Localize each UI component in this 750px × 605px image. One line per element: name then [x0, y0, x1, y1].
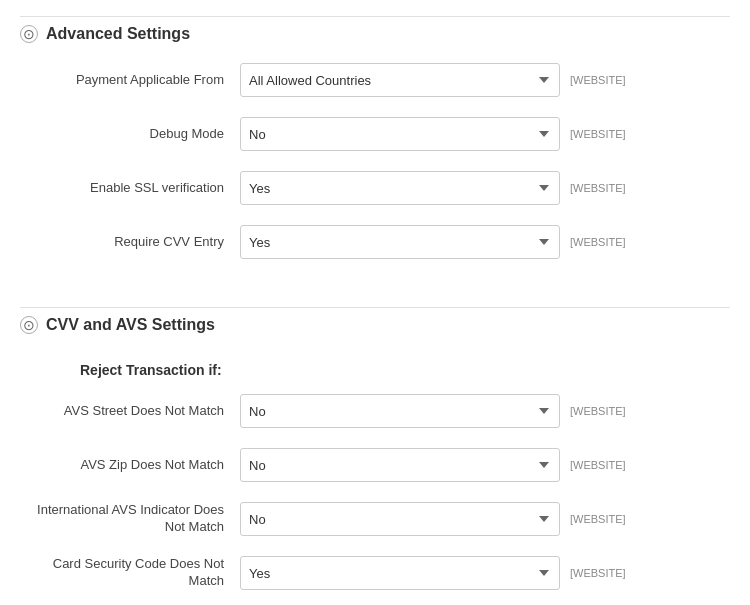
require-cvv-row: Require CVV Entry Yes No [WEBSITE]: [20, 225, 730, 259]
debug-mode-label: Debug Mode: [20, 126, 240, 143]
ssl-verification-control: Yes No [WEBSITE]: [240, 171, 730, 205]
reject-transaction-subtitle: Reject Transaction if:: [20, 354, 730, 394]
avs-zip-row: AVS Zip Does Not Match No Yes [WEBSITE]: [20, 448, 730, 482]
ssl-verification-badge: [WEBSITE]: [570, 182, 626, 194]
avs-zip-select[interactable]: No Yes: [240, 448, 560, 482]
avs-street-select[interactable]: No Yes: [240, 394, 560, 428]
require-cvv-select[interactable]: Yes No: [240, 225, 560, 259]
international-avs-label: International AVS Indicator Does Not Mat…: [20, 502, 240, 536]
card-security-label: Card Security Code Does Not Match: [20, 556, 240, 590]
card-security-control: Yes No [WEBSITE]: [240, 556, 730, 590]
international-avs-control: No Yes [WEBSITE]: [240, 502, 730, 536]
international-avs-row: International AVS Indicator Does Not Mat…: [20, 502, 730, 536]
international-avs-badge: [WEBSITE]: [570, 513, 626, 525]
payment-applicable-badge: [WEBSITE]: [570, 74, 626, 86]
advanced-settings-title: Advanced Settings: [46, 25, 190, 43]
card-security-badge: [WEBSITE]: [570, 567, 626, 579]
cvv-avs-header: ⊙ CVV and AVS Settings: [20, 307, 730, 346]
cvv-avs-collapse-icon[interactable]: ⊙: [20, 316, 38, 334]
debug-mode-badge: [WEBSITE]: [570, 128, 626, 140]
debug-mode-control: No Yes [WEBSITE]: [240, 117, 730, 151]
cvv-avs-content: Reject Transaction if: AVS Street Does N…: [20, 346, 730, 605]
require-cvv-badge: [WEBSITE]: [570, 236, 626, 248]
international-avs-select[interactable]: No Yes: [240, 502, 560, 536]
advanced-settings-section: ⊙ Advanced Settings Payment Applicable F…: [20, 16, 730, 299]
ssl-verification-label: Enable SSL verification: [20, 180, 240, 197]
cvv-avs-section: ⊙ CVV and AVS Settings Reject Transactio…: [20, 307, 730, 605]
payment-applicable-label: Payment Applicable From: [20, 72, 240, 89]
card-security-select[interactable]: Yes No: [240, 556, 560, 590]
ssl-verification-select[interactable]: Yes No: [240, 171, 560, 205]
ssl-verification-row: Enable SSL verification Yes No [WEBSITE]: [20, 171, 730, 205]
require-cvv-label: Require CVV Entry: [20, 234, 240, 251]
avs-street-label: AVS Street Does Not Match: [20, 403, 240, 420]
avs-zip-label: AVS Zip Does Not Match: [20, 457, 240, 474]
advanced-collapse-icon[interactable]: ⊙: [20, 25, 38, 43]
avs-street-control: No Yes [WEBSITE]: [240, 394, 730, 428]
debug-mode-row: Debug Mode No Yes [WEBSITE]: [20, 117, 730, 151]
payment-applicable-select[interactable]: All Allowed Countries Specific Countries: [240, 63, 560, 97]
avs-zip-control: No Yes [WEBSITE]: [240, 448, 730, 482]
payment-applicable-row: Payment Applicable From All Allowed Coun…: [20, 63, 730, 97]
avs-street-row: AVS Street Does Not Match No Yes [WEBSIT…: [20, 394, 730, 428]
card-security-row: Card Security Code Does Not Match Yes No…: [20, 556, 730, 590]
advanced-settings-header: ⊙ Advanced Settings: [20, 16, 730, 55]
cvv-avs-title: CVV and AVS Settings: [46, 316, 215, 334]
require-cvv-control: Yes No [WEBSITE]: [240, 225, 730, 259]
avs-zip-badge: [WEBSITE]: [570, 459, 626, 471]
payment-applicable-control: All Allowed Countries Specific Countries…: [240, 63, 730, 97]
advanced-settings-content: Payment Applicable From All Allowed Coun…: [20, 55, 730, 299]
avs-street-badge: [WEBSITE]: [570, 405, 626, 417]
debug-mode-select[interactable]: No Yes: [240, 117, 560, 151]
